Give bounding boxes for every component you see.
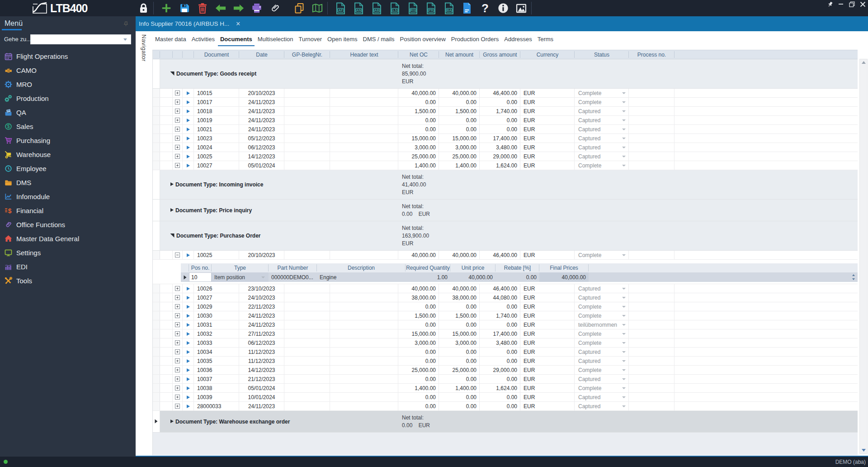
expand-row-icon[interactable] <box>175 154 180 159</box>
pr-document-icon[interactable]: PR <box>425 2 436 14</box>
vertical-scrollbar[interactable] <box>859 59 868 454</box>
restore-window-icon[interactable] <box>846 0 857 8</box>
expand-row-icon[interactable] <box>175 109 180 114</box>
cell-status[interactable]: Captured <box>575 107 629 115</box>
expand-row-icon[interactable] <box>175 367 180 372</box>
document-row-10018[interactable]: 1001824/11/20231,500.001,500.001,740.00E… <box>153 107 858 116</box>
map-icon[interactable] <box>312 2 323 14</box>
sidebar-item-production[interactable]: Production <box>0 91 136 105</box>
expand-row-icon[interactable] <box>175 331 180 336</box>
group-expand-icon[interactable] <box>170 419 174 425</box>
group-row[interactable]: Document Type: Purchase OrderNet total:1… <box>153 221 858 251</box>
sidebar-item-tools[interactable]: Tools <box>0 274 136 288</box>
expand-row-icon[interactable] <box>175 100 180 105</box>
expand-row-icon[interactable] <box>175 136 180 141</box>
subcolumn-header-pos-no-[interactable]: Pos no. <box>189 263 212 272</box>
status-dropdown-icon[interactable] <box>622 110 626 112</box>
cell-status[interactable]: Complete <box>575 338 629 347</box>
pin-window-icon[interactable] <box>825 0 835 8</box>
sidebar-item-qa[interactable]: QA <box>0 105 136 119</box>
quantity-spinner[interactable] <box>850 273 856 281</box>
expand-row-icon[interactable] <box>175 404 180 409</box>
cell-status[interactable]: Complete <box>575 366 629 374</box>
close-window-icon[interactable] <box>857 0 868 8</box>
group-row[interactable]: Document Type: Warehouse exchange orderN… <box>153 411 858 433</box>
document-row-10024[interactable]: 1002406/12/20233,000.003,000.003,480.00E… <box>153 143 858 152</box>
an-document-icon[interactable]: AN <box>353 2 364 14</box>
cell-status[interactable]: teilübernommen <box>575 320 629 329</box>
status-dropdown-icon[interactable] <box>622 324 626 326</box>
new-icon[interactable] <box>161 2 172 14</box>
sidebar-item-infomodule[interactable]: Infomodule <box>0 190 136 204</box>
sidebar-item-master-data-general[interactable]: Master Data General <box>0 232 136 246</box>
document-row-10025[interactable]: 1002520/10/202340,000.0040,000.0046,400.… <box>153 251 858 260</box>
status-dropdown-icon[interactable] <box>622 351 626 353</box>
tab-turnover[interactable]: Turnover <box>297 34 325 46</box>
tab-activities[interactable]: Activities <box>189 34 217 46</box>
cell-status[interactable]: Captured <box>575 348 629 356</box>
group-band[interactable]: Document Type: Goods receiptNet total:85… <box>160 59 858 88</box>
cell-status[interactable]: Complete <box>575 302 629 311</box>
expand-row-icon[interactable] <box>175 358 180 363</box>
column-header-date[interactable]: Date <box>239 50 284 59</box>
status-dropdown-icon[interactable] <box>622 254 626 256</box>
status-dropdown-icon[interactable] <box>622 387 626 389</box>
cell-status[interactable]: Captured <box>575 357 629 365</box>
collapse-row-icon[interactable] <box>175 253 180 257</box>
group-expand-icon[interactable] <box>170 181 174 188</box>
expand-row-icon[interactable] <box>175 349 180 354</box>
sidebar-item-financial[interactable]: $Financial <box>0 204 136 218</box>
status-dropdown-icon[interactable] <box>622 156 626 157</box>
tab-close-icon[interactable]: ✕ <box>236 21 241 27</box>
document-row-10030[interactable]: 1003024/11/20231,500.001,500.001,740.00E… <box>153 311 858 320</box>
sidebar-item-flight-operations[interactable]: Flight Operations <box>0 49 136 63</box>
expand-row-icon[interactable] <box>175 286 180 291</box>
status-dropdown-icon[interactable] <box>622 129 626 130</box>
sidebar-item-purchasing[interactable]: Purchasing <box>0 133 136 148</box>
column-header-net-amount[interactable]: Net amount <box>439 50 480 59</box>
status-dropdown-icon[interactable] <box>622 138 626 139</box>
group-band[interactable]: Document Type: Warehouse exchange orderN… <box>160 411 858 432</box>
document-tab[interactable]: Info Supplier 70016 (AIRBUS H... ✕ <box>136 16 245 31</box>
subcolumn-header-final-prices[interactable]: Final Prices <box>539 263 589 272</box>
document-row-10034[interactable]: 1003411/12/20230.000.000.00EURCaptured <box>153 348 858 357</box>
column-header-header-text[interactable]: Header text <box>330 50 398 59</box>
minimize-window-icon[interactable] <box>835 0 846 8</box>
cell-status[interactable]: Complete <box>575 251 629 259</box>
tab-addresses[interactable]: Addresses <box>502 34 534 46</box>
type-combobox[interactable]: Item position <box>212 272 269 282</box>
group-collapse-icon[interactable] <box>170 71 175 77</box>
expand-row-icon[interactable] <box>175 340 180 345</box>
column-header-net-oc[interactable]: Net OC <box>398 50 439 59</box>
tab-multiselection[interactable]: Multiselection <box>255 34 296 46</box>
position-row[interactable]: 10Item position000000DEMO0...Engine1.004… <box>181 272 858 282</box>
document-row-10032[interactable]: 1003227/11/202315,000.0015,000.0017,400.… <box>153 329 858 338</box>
subcolumn-header-required-quantity[interactable]: Required Quantity <box>406 263 450 272</box>
subcolumn-header-unit-price[interactable]: Unit price <box>450 263 495 272</box>
tab-position-overview[interactable]: Position overview <box>398 34 448 46</box>
expand-row-icon[interactable] <box>175 91 180 95</box>
group-band[interactable]: Document Type: Incoming invoiceNet total… <box>160 170 858 199</box>
document-row-10036[interactable]: 1003614/12/202325,000.0025,000.0029,000.… <box>153 366 858 375</box>
status-dropdown-icon[interactable] <box>622 101 626 103</box>
expand-row-icon[interactable] <box>175 163 180 168</box>
status-dropdown-icon[interactable] <box>622 396 626 398</box>
status-dropdown-icon[interactable] <box>622 119 626 121</box>
cell-status[interactable]: Captured <box>575 402 629 410</box>
cell-status[interactable]: Captured <box>575 284 629 293</box>
attachment-icon[interactable] <box>269 2 280 14</box>
navigator-strip[interactable]: Navigator <box>136 31 152 455</box>
document-row-10039[interactable]: 1003910/01/20240.000.000.00EURCaptured <box>153 393 858 402</box>
document-row-10019[interactable]: 1001924/11/20230.000.000.00EURCaptured <box>153 116 858 125</box>
tab-open-items[interactable]: Open items <box>325 34 359 46</box>
pos-no-editor[interactable]: 10 <box>189 272 212 282</box>
cell-status[interactable]: Complete <box>575 98 629 106</box>
column-header-gp-belegnr-[interactable]: GP-BelegNr. <box>284 50 330 59</box>
sidebar-item-dms[interactable]: DMS <box>0 176 136 190</box>
cell-status[interactable]: Complete <box>575 384 629 392</box>
cell-status[interactable]: Complete <box>575 311 629 320</box>
status-dropdown-icon[interactable] <box>622 360 626 362</box>
group-row[interactable]: Document Type: Incoming invoiceNet total… <box>153 170 858 200</box>
cell-status[interactable]: Captured <box>575 125 629 133</box>
status-dropdown-icon[interactable] <box>622 288 626 290</box>
